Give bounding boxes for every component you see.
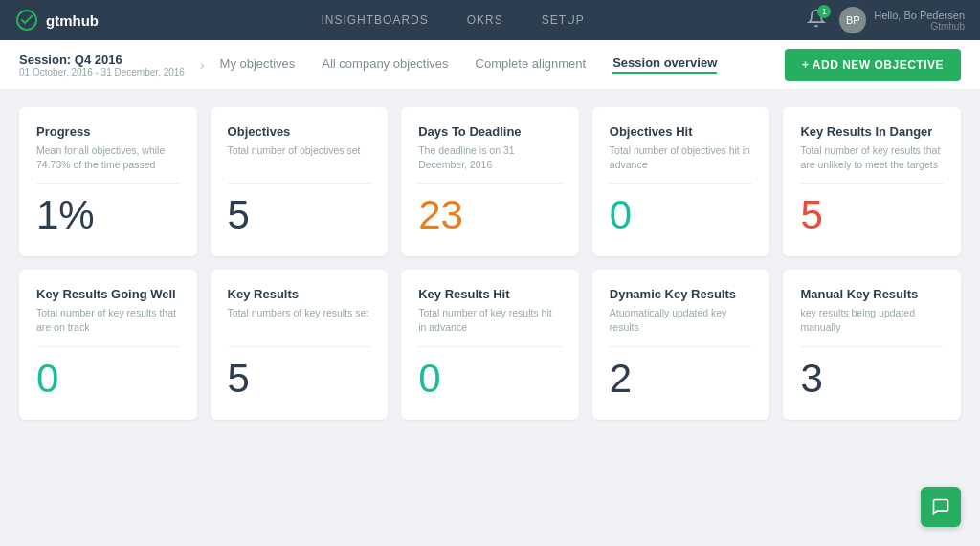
cards-row-1: Progress Mean for all objectives, while … xyxy=(19,107,961,256)
session-chevron-icon[interactable]: › xyxy=(200,57,205,73)
top-navigation: gtmhub INSIGHTBOARDS OKRS SETUP 1 BP Hel… xyxy=(0,0,980,40)
main-content: Progress Mean for all objectives, while … xyxy=(0,90,980,437)
session-title: Session: Q4 2016 xyxy=(19,53,185,67)
card-desc: Total number of key results that are on … xyxy=(36,306,180,334)
card-value: 5 xyxy=(800,195,944,235)
stat-card: Objectives Total number of objectives se… xyxy=(211,107,389,256)
session-info: Session: Q4 2016 01 October, 2016 - 31 D… xyxy=(19,53,185,77)
card-title: Days To Deadline xyxy=(418,124,562,139)
card-value: 3 xyxy=(800,359,944,399)
card-desc: Atuomatically updated key results xyxy=(610,306,753,334)
card-divider xyxy=(610,183,753,184)
notification-badge: 1 xyxy=(817,5,831,18)
nav-insightboards[interactable]: INSIGHTBOARDS xyxy=(321,13,428,27)
session-dates: 01 October, 2016 - 31 December, 2016 xyxy=(19,67,185,77)
tab-all-company[interactable]: All company objectives xyxy=(322,56,448,73)
card-title: Key Results Going Well xyxy=(36,287,180,301)
card-desc: The deadline is on 31 December, 2016 xyxy=(418,143,562,171)
card-title: Key Results xyxy=(228,287,371,301)
card-value: 5 xyxy=(228,195,371,235)
card-divider xyxy=(228,183,371,184)
user-info: Hello, Bo Pedersen Gtmhub xyxy=(874,10,965,32)
card-divider xyxy=(418,346,562,347)
chat-button[interactable] xyxy=(921,487,961,527)
tab-complete-alignment[interactable]: Complete alignment xyxy=(476,56,587,73)
card-desc: Total numbers of key results set xyxy=(228,306,371,334)
avatar: BP xyxy=(839,7,866,33)
stat-card: Key Results In Danger Total number of ke… xyxy=(783,107,961,256)
card-title: Objectives Hit xyxy=(610,124,753,139)
card-title: Progress xyxy=(36,124,180,139)
card-divider xyxy=(800,183,944,184)
card-title: Objectives xyxy=(228,124,371,139)
notification-bell[interactable]: 1 xyxy=(807,9,826,32)
card-desc: Mean for all objectives, while 74.73% of… xyxy=(36,143,180,171)
nav-right: 1 BP Hello, Bo Pedersen Gtmhub xyxy=(807,7,965,33)
stat-card: Manual Key Results key results being upd… xyxy=(783,270,961,419)
card-title: Dynamic Key Results xyxy=(610,287,753,301)
chat-icon xyxy=(931,497,950,516)
card-desc: key results being updated manually xyxy=(800,306,944,334)
card-value: 0 xyxy=(418,359,562,399)
card-desc: Total number of objectives set xyxy=(228,143,371,171)
tab-session-overview[interactable]: Session overview xyxy=(612,55,717,74)
nav-okrs[interactable]: OKRS xyxy=(467,13,503,27)
logo-icon xyxy=(15,9,38,32)
card-value: 1% xyxy=(36,195,180,235)
card-desc: Total number of key results hit in advan… xyxy=(418,306,562,334)
stat-card: Key Results Total numbers of key results… xyxy=(211,270,389,419)
cards-row-2: Key Results Going Well Total number of k… xyxy=(19,270,961,419)
card-value: 0 xyxy=(610,195,753,235)
stat-card: Key Results Hit Total number of key resu… xyxy=(401,270,579,419)
stat-card: Key Results Going Well Total number of k… xyxy=(19,270,197,419)
stat-card: Objectives Hit Total number of objective… xyxy=(592,107,770,256)
card-title: Key Results In Danger xyxy=(800,124,944,139)
logo-area[interactable]: gtmhub xyxy=(15,9,99,32)
stat-card: Progress Mean for all objectives, while … xyxy=(19,107,197,256)
card-divider xyxy=(610,346,753,347)
card-desc: Total number of objectives hit in advanc… xyxy=(610,143,753,171)
card-divider xyxy=(36,346,180,347)
user-hello-text: Hello, Bo Pedersen xyxy=(874,10,965,21)
card-divider xyxy=(36,183,180,184)
nav-links: INSIGHTBOARDS OKRS SETUP xyxy=(321,13,584,27)
stat-card: Days To Deadline The deadline is on 31 D… xyxy=(401,107,579,256)
card-title: Manual Key Results xyxy=(800,287,944,301)
tab-my-objectives[interactable]: My objectives xyxy=(220,56,296,73)
card-value: 23 xyxy=(418,195,562,235)
user-area[interactable]: BP Hello, Bo Pedersen Gtmhub xyxy=(839,7,965,33)
sub-navigation: Session: Q4 2016 01 October, 2016 - 31 D… xyxy=(0,40,980,90)
card-title: Key Results Hit xyxy=(418,287,562,301)
stat-card: Dynamic Key Results Atuomatically update… xyxy=(592,270,770,419)
tab-list: My objectives All company objectives Com… xyxy=(220,55,785,74)
card-value: 2 xyxy=(610,359,753,399)
card-value: 5 xyxy=(228,359,371,399)
user-company-text: Gtmhub xyxy=(874,21,965,32)
logo-text: gtmhub xyxy=(46,12,99,29)
card-divider xyxy=(800,346,944,347)
card-divider xyxy=(418,183,562,184)
card-divider xyxy=(228,346,371,347)
card-desc: Total number of key results that are unl… xyxy=(800,143,944,171)
nav-setup[interactable]: SETUP xyxy=(542,13,585,27)
card-value: 0 xyxy=(36,359,180,399)
add-new-objective-button[interactable]: + ADD NEW OBJECTIVE xyxy=(785,49,961,81)
